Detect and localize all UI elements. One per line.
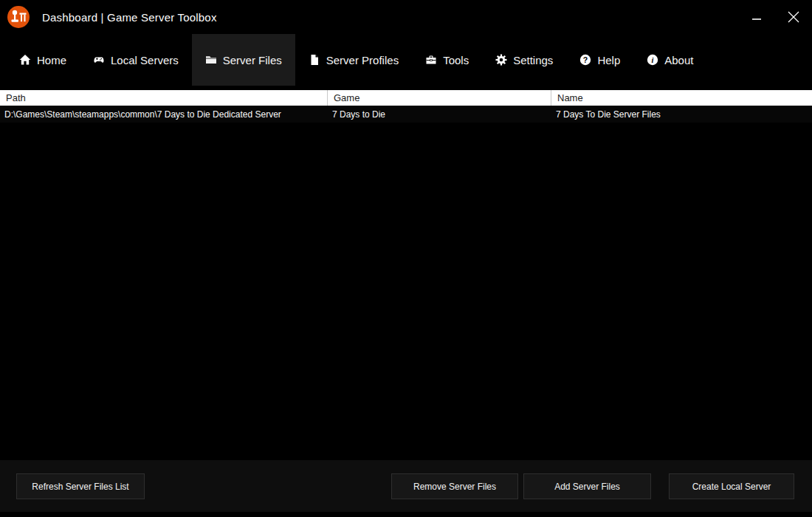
server-files-table-header: Path Game Name	[0, 90, 812, 106]
cell-path: D:\Games\Steam\steamapps\common\7 Days t…	[0, 106, 328, 123]
cell-game: 7 Days to Die	[328, 106, 551, 123]
tab-tools[interactable]: Tools	[412, 34, 482, 86]
tab-label: Help	[597, 54, 620, 66]
tab-label: Home	[37, 54, 66, 66]
home-icon	[19, 54, 31, 66]
tab-settings[interactable]: Settings	[482, 34, 566, 86]
close-button[interactable]	[775, 0, 812, 34]
column-header-path[interactable]: Path	[0, 90, 328, 106]
tab-label: Tools	[443, 54, 469, 66]
column-header-name[interactable]: Name	[551, 90, 812, 106]
folder-icon	[205, 54, 217, 66]
gear-icon	[495, 54, 507, 66]
window-bottom-strip	[0, 512, 812, 517]
remove-server-files-button[interactable]: Remove Server Files	[391, 473, 518, 499]
tab-label: Server Profiles	[326, 54, 399, 66]
table-empty-area	[0, 123, 812, 460]
table-row[interactable]: D:\Games\Steam\steamapps\common\7 Days t…	[0, 106, 812, 123]
column-header-game[interactable]: Game	[328, 90, 551, 106]
svg-text:?: ?	[583, 55, 588, 64]
create-local-server-button[interactable]: Create Local Server	[669, 473, 794, 499]
tab-server-profiles[interactable]: Server Profiles	[295, 34, 412, 86]
toolbox-icon	[425, 54, 437, 66]
svg-text:i: i	[652, 56, 654, 64]
question-icon: ?	[579, 54, 591, 66]
minimize-button[interactable]	[738, 0, 775, 34]
main-nav-tabs: Home Local Servers Server	[0, 34, 812, 86]
tab-help[interactable]: ? Help	[566, 34, 633, 86]
tab-about[interactable]: i About	[633, 34, 706, 86]
title-bar: Dashboard | Game Server Toolbox	[0, 0, 812, 34]
refresh-server-files-button[interactable]: Refresh Server Files List	[16, 473, 145, 499]
tab-server-files[interactable]: Server Files	[192, 34, 295, 86]
tab-label: Server Files	[223, 54, 282, 66]
tab-label: Local Servers	[111, 54, 179, 66]
tab-home[interactable]: Home	[6, 34, 80, 86]
tab-local-servers[interactable]: Local Servers	[80, 34, 192, 86]
file-icon	[309, 54, 320, 66]
app-window: Dashboard | Game Server Toolbox Home	[0, 0, 812, 517]
tab-label: About	[664, 54, 693, 66]
window-title: Dashboard | Game Server Toolbox	[42, 11, 217, 24]
app-logo-joystick-icon	[7, 5, 30, 29]
info-icon: i	[647, 54, 658, 66]
bottom-action-bar: Refresh Server Files List Remove Server …	[0, 460, 812, 512]
tab-label: Settings	[513, 54, 553, 66]
add-server-files-button[interactable]: Add Server Files	[523, 473, 651, 499]
gamepad-icon	[93, 54, 105, 66]
cell-name: 7 Days To Die Server Files	[551, 106, 812, 123]
window-controls	[738, 0, 812, 34]
